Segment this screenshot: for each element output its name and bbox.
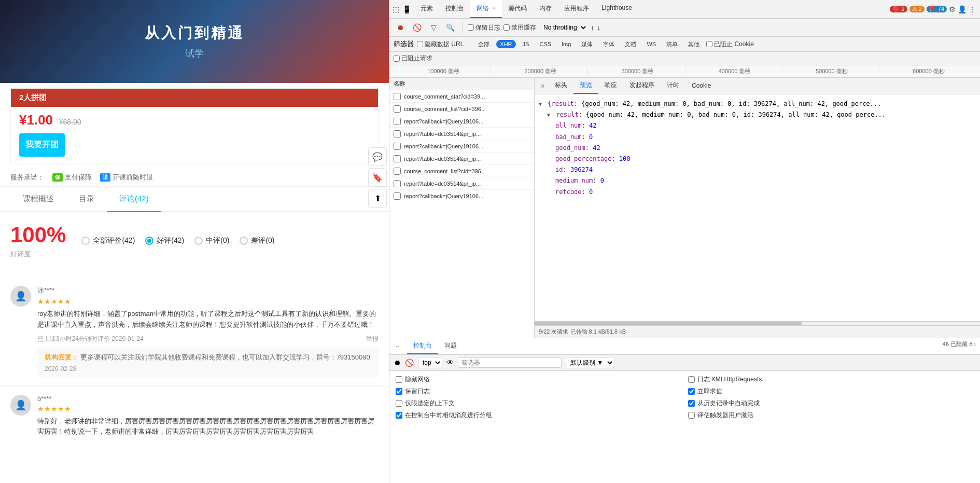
- console-tab-issues[interactable]: 问题: [438, 338, 463, 354]
- filter-medium[interactable]: 中评(0): [194, 236, 229, 245]
- preview-scrollbar[interactable]: [535, 321, 980, 325]
- root-collapse[interactable]: [539, 100, 544, 107]
- filter-other[interactable]: 其他: [684, 39, 703, 49]
- report-link-1[interactable]: 举报: [366, 335, 379, 343]
- filter-icon-button[interactable]: ▽: [427, 21, 440, 34]
- request-checkbox-5[interactable]: [394, 143, 401, 150]
- log-xhr-checkbox[interactable]: [688, 376, 695, 383]
- tab-reviews[interactable]: 评论(42): [107, 187, 161, 212]
- preview-tab-timing[interactable]: 计时: [661, 78, 685, 94]
- request-checkbox-7[interactable]: [394, 168, 401, 175]
- tab-catalog[interactable]: 目录: [66, 187, 107, 212]
- cursor-icon[interactable]: ⬚: [393, 5, 399, 13]
- radio-all[interactable]: [81, 237, 90, 245]
- filter-all[interactable]: 全部评价(42): [81, 236, 135, 245]
- console-tab-console[interactable]: 控制台: [407, 338, 438, 354]
- filter-wasm[interactable]: 清单: [663, 39, 681, 49]
- request-checkbox-9[interactable]: [394, 192, 401, 200]
- request-item-9[interactable]: report?callback=jQuery19106...: [389, 190, 534, 202]
- radio-medium[interactable]: [194, 237, 203, 245]
- request-item-2[interactable]: course_comment_list?cid=396...: [389, 103, 534, 115]
- radio-bad[interactable]: [240, 237, 248, 245]
- radio-good[interactable]: [145, 237, 153, 245]
- chat-icon[interactable]: 💬: [368, 147, 387, 166]
- preview-tab-preview[interactable]: 预览: [573, 78, 598, 94]
- filter-doc[interactable]: 文档: [621, 39, 640, 49]
- stop-recording-button[interactable]: 🚫: [410, 21, 424, 34]
- request-checkbox-3[interactable]: [394, 118, 401, 125]
- tab-elements[interactable]: 元素: [414, 0, 439, 18]
- tab-console[interactable]: 控制台: [439, 0, 470, 18]
- preview-tab-initiator[interactable]: 发起程序: [623, 78, 661, 94]
- preview-tab-response[interactable]: 响应: [598, 78, 623, 94]
- request-checkbox-1[interactable]: [394, 93, 401, 100]
- filter-font[interactable]: 字体: [599, 39, 618, 49]
- filter-bad[interactable]: 差评(0): [240, 236, 274, 245]
- blocked-cookies-checkbox[interactable]: 已阻止 Cookie: [706, 40, 754, 49]
- console-block-icon[interactable]: 🚫: [405, 358, 414, 367]
- user-activation-checkbox[interactable]: [688, 412, 695, 419]
- request-item-8[interactable]: report?table=dc03514&pr_ip...: [389, 177, 534, 190]
- selected-context-checkbox[interactable]: [396, 400, 402, 407]
- filter-media[interactable]: 媒体: [578, 39, 596, 49]
- tab-network[interactable]: 网络 ×: [470, 0, 502, 18]
- request-checkbox-6[interactable]: [394, 155, 401, 162]
- preserve-log-checkbox[interactable]: 保留日志: [468, 23, 500, 32]
- autocomplete-checkbox[interactable]: [688, 400, 695, 407]
- hide-data-urls-checkbox[interactable]: 隐藏数据 URL: [417, 40, 464, 49]
- tab-lighthouse[interactable]: Lighthouse: [595, 0, 638, 18]
- preserve-log-console-checkbox[interactable]: [396, 388, 402, 395]
- request-checkbox-8[interactable]: [394, 180, 401, 187]
- preview-tab-headers[interactable]: 标头: [549, 78, 573, 94]
- console-more-btn[interactable]: ...: [389, 338, 407, 354]
- filter-xhr[interactable]: XHR: [496, 40, 515, 48]
- request-checkbox-4[interactable]: [394, 130, 401, 137]
- request-item-3[interactable]: report?callback=jQuery19106...: [389, 115, 534, 128]
- settings-icon[interactable]: ⚙: [949, 5, 956, 13]
- request-item-1[interactable]: course_comment_stat?cid=39...: [389, 90, 534, 103]
- throttle-select[interactable]: No throttling: [539, 22, 587, 33]
- filter-css[interactable]: CSS: [536, 40, 555, 48]
- network-tab-close[interactable]: ×: [493, 6, 496, 11]
- disable-cache-checkbox[interactable]: 禁用缓存: [503, 23, 536, 32]
- request-checkbox-2[interactable]: [394, 105, 401, 113]
- promo-button[interactable]: 我要开团: [19, 133, 65, 157]
- search-icon-button[interactable]: 🔍: [443, 21, 457, 34]
- eager-eval-checkbox[interactable]: [688, 388, 695, 395]
- tab-sources[interactable]: 源代码: [502, 0, 533, 18]
- filter-all[interactable]: 全部: [474, 39, 493, 49]
- filter-good[interactable]: 好评(42): [145, 236, 184, 245]
- console-record-icon[interactable]: ⏺: [394, 358, 401, 367]
- device-icon[interactable]: 📱: [402, 5, 411, 13]
- filter-img[interactable]: Img: [558, 40, 575, 48]
- group-similar-checkbox[interactable]: [396, 412, 402, 419]
- console-context-select[interactable]: top: [418, 357, 442, 368]
- tab-application[interactable]: 应用程序: [558, 0, 595, 18]
- request-item-5[interactable]: report?callback=jQuery19106...: [389, 140, 534, 153]
- more-icon[interactable]: ⋮: [969, 5, 976, 13]
- disable-cache-input[interactable]: [503, 24, 510, 31]
- filter-ws[interactable]: WS: [643, 40, 660, 48]
- hide-network-checkbox[interactable]: [396, 376, 402, 383]
- hide-data-urls-input[interactable]: [417, 41, 423, 47]
- filter-js[interactable]: JS: [519, 40, 533, 48]
- blocked-requests-input[interactable]: [394, 56, 400, 62]
- blocked-requests-checkbox[interactable]: 已阻止请求: [394, 54, 432, 63]
- eye-icon[interactable]: 👁: [446, 358, 454, 367]
- tab-overview[interactable]: 课程概述: [10, 187, 66, 212]
- tab-memory[interactable]: 内存: [533, 0, 558, 18]
- user-icon[interactable]: 👤: [958, 5, 967, 13]
- result-collapse[interactable]: [547, 111, 552, 118]
- console-filter-input[interactable]: [458, 357, 562, 368]
- request-item-7[interactable]: course_comment_list?cid=396...: [389, 165, 534, 177]
- bookmark-icon[interactable]: 🔖: [368, 168, 387, 187]
- preview-close-btn[interactable]: ×: [537, 80, 549, 92]
- console-level-select[interactable]: 默认级别 ▼: [566, 357, 614, 368]
- request-item-4[interactable]: report?table=dc03514&pr_ip...: [389, 128, 534, 140]
- preserve-log-input[interactable]: [468, 24, 474, 31]
- blocked-cookies-input[interactable]: [706, 41, 712, 47]
- preview-tab-cookies[interactable]: Cookie: [685, 79, 717, 93]
- scroll-top-icon[interactable]: ⬆: [368, 189, 387, 208]
- request-item-6[interactable]: report?table=dc03514&pr_ip...: [389, 153, 534, 165]
- record-button[interactable]: ⏺: [394, 21, 407, 34]
